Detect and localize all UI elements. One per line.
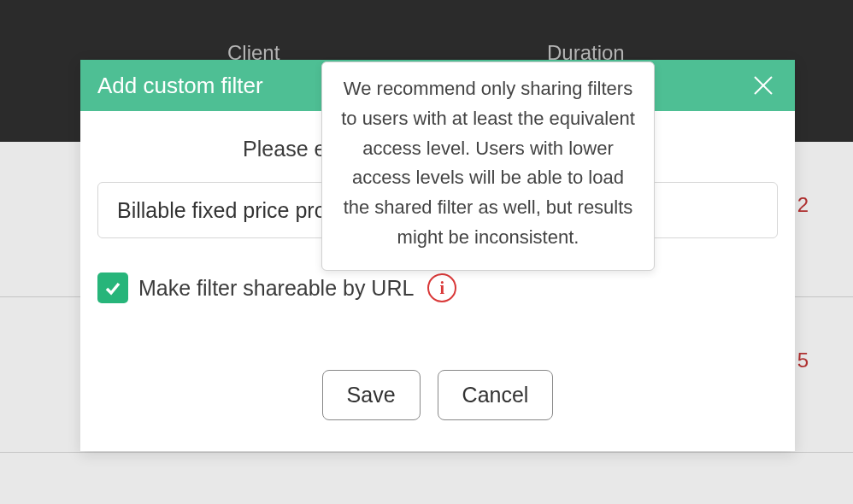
button-row: Save Cancel (97, 370, 778, 420)
info-tooltip: We recommend only sharing filters to use… (321, 62, 655, 271)
row-value: 5 (797, 349, 809, 372)
cancel-button[interactable]: Cancel (438, 370, 554, 420)
checkmark-icon (103, 278, 122, 297)
close-button[interactable] (749, 71, 778, 100)
close-icon (752, 74, 774, 97)
tooltip-text: We recommend only sharing filters to use… (339, 74, 637, 253)
modal-title: Add custom filter (97, 73, 263, 99)
save-button[interactable]: Save (322, 370, 421, 420)
row-value: 2 (797, 193, 809, 217)
share-row: Make filter shareable by URL i (97, 273, 778, 303)
info-glyph: i (440, 278, 445, 298)
share-checkbox[interactable] (97, 273, 128, 303)
share-label: Make filter shareable by URL (138, 276, 414, 301)
info-icon[interactable]: i (427, 273, 456, 302)
